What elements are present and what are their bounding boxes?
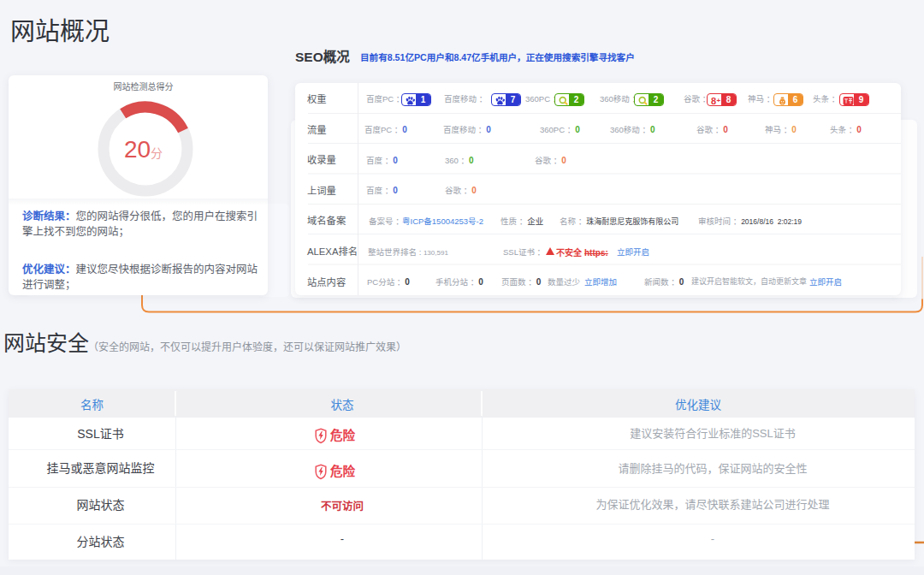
- svg-text:8: 8: [711, 96, 716, 106]
- svg-text:+: +: [717, 97, 721, 104]
